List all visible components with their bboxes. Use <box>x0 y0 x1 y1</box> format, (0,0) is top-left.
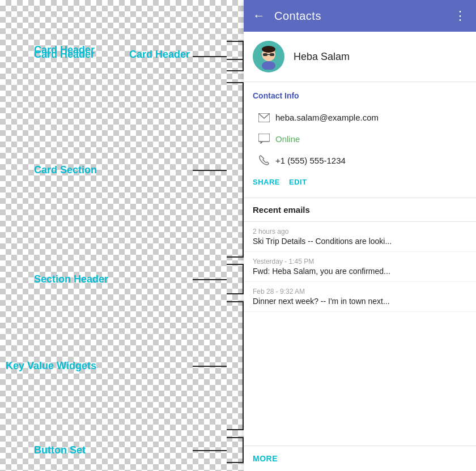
card-header-text: Card Header <box>34 49 95 61</box>
svg-rect-8 <box>258 134 270 142</box>
more-menu-button[interactable]: ⋮ <box>454 8 467 23</box>
avatar-image <box>256 44 282 70</box>
card-header: Heba Salam <box>244 32 476 82</box>
email-list: 2 hours ago Ski Trip Details -- Conditio… <box>244 222 476 446</box>
email-item-0[interactable]: 2 hours ago Ski Trip Details -- Conditio… <box>244 222 476 252</box>
app-bar: ← Contacts ⋮ <box>244 0 476 32</box>
email-subject-1: Fwd: Heba Salam, you are confirmed... <box>253 267 467 276</box>
status-row: Online <box>244 128 476 149</box>
email-item-1[interactable]: Yesterday - 1:45 PM Fwd: Heba Salam, you… <box>244 252 476 282</box>
section-header-text: Section Header <box>34 273 108 285</box>
mail-icon <box>253 113 275 122</box>
svg-point-2 <box>262 46 275 53</box>
avatar <box>253 41 284 72</box>
svg-rect-3 <box>263 53 267 56</box>
contact-info-section: Contact Info heba.salam@example.com Onli… <box>244 82 476 198</box>
email-subject-0: Ski Trip Details -- Conditions are looki… <box>253 237 467 246</box>
email-subject-2: Dinner next week? -- I'm in town next... <box>253 297 467 306</box>
email-value: heba.salam@example.com <box>275 113 379 122</box>
email-time-0: 2 hours ago <box>253 228 467 236</box>
svg-rect-4 <box>270 53 274 56</box>
button-set-text: Button Set <box>34 444 86 456</box>
contact-name: Heba Salam <box>294 51 350 63</box>
email-time-2: Feb 28 - 9:32 AM <box>253 288 467 296</box>
contact-info-title: Contact Info <box>244 87 476 107</box>
phone-row: +1 (555) 555-1234 <box>244 149 476 171</box>
card-actions: SHARE EDIT <box>244 171 476 195</box>
share-button[interactable]: SHARE <box>253 175 280 189</box>
more-button[interactable]: MORE <box>253 452 278 465</box>
card-header-label: Card Header <box>129 49 190 61</box>
recent-emails-title: Recent emails <box>253 205 467 217</box>
svg-rect-5 <box>267 54 270 55</box>
back-button[interactable]: ← <box>253 8 265 23</box>
status-value: Online <box>275 134 300 144</box>
app-bar-title: Contacts <box>274 10 454 23</box>
email-time-1: Yesterday - 1:45 PM <box>253 258 467 266</box>
phone-value: +1 (555) 555-1234 <box>275 156 346 165</box>
recent-emails-section-header: Recent emails <box>244 198 476 222</box>
phone-panel: ← Contacts ⋮ Heba Salam Contact In <box>244 0 476 471</box>
edit-button[interactable]: EDIT <box>289 175 307 189</box>
email-item-2[interactable]: Feb 28 - 9:32 AM Dinner next week? -- I'… <box>244 282 476 312</box>
card-section-text: Card Section <box>34 164 97 176</box>
email-row: heba.salam@example.com <box>244 107 476 128</box>
chat-icon <box>253 134 275 144</box>
annotations-layer: Card Header Card Header <box>0 0 244 471</box>
key-value-text: Key Value Widgets <box>6 360 96 372</box>
button-set: MORE <box>244 446 476 471</box>
phone-icon <box>253 155 275 165</box>
